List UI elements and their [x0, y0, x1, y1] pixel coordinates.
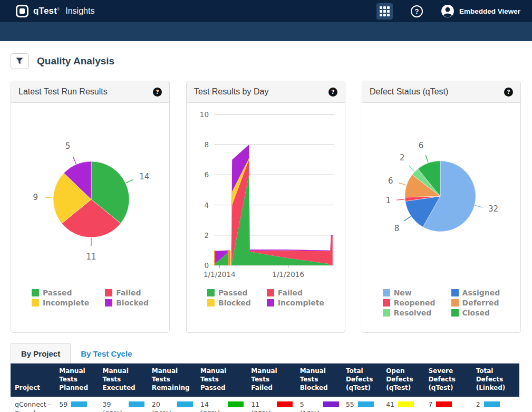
legend-label: Incomplete — [43, 299, 89, 307]
metric-value: 14 (36%) — [200, 400, 224, 412]
help-icon[interactable]: ? — [411, 5, 423, 17]
card-help-icon[interactable]: ? — [504, 88, 513, 97]
area-stripe — [214, 251, 215, 266]
metric-cell: 41 — [382, 397, 424, 412]
pie-data-label: 32 — [488, 204, 498, 214]
metric-bar — [358, 401, 374, 407]
metric-bar — [277, 401, 293, 407]
pie-data-label: 8 — [394, 224, 400, 234]
legend-item-blocked[interactable]: Blocked — [207, 299, 251, 307]
metric-cell: 7 — [424, 397, 471, 412]
tab-by-test-cycle[interactable]: By Test Cycle — [71, 344, 142, 363]
card-title: Defect Status (qTest) — [370, 87, 448, 97]
legend-item-new[interactable]: New — [383, 289, 436, 297]
legend-label: Assigned — [462, 289, 500, 297]
pie-label-line — [126, 180, 133, 183]
filter-funnel-icon — [16, 58, 24, 65]
card-title: Test Results by Day — [194, 87, 268, 97]
legend-swatch — [383, 299, 390, 306]
legend-item-passed[interactable]: Passed — [207, 289, 251, 297]
legend-item-reopened[interactable]: Reopened — [383, 299, 436, 307]
legend-item-failed[interactable]: Failed — [105, 289, 149, 297]
filter-button[interactable] — [11, 53, 29, 69]
table-header-cell: Project — [11, 363, 55, 397]
metric-cell: 39 (66%) — [99, 397, 148, 412]
legend-item-closed[interactable]: Closed — [451, 309, 500, 317]
legend-label: Blocked — [218, 299, 251, 307]
pie-label-line — [396, 199, 404, 200]
legend-label: Failed — [278, 289, 303, 297]
tab-by-project[interactable]: By Project — [11, 343, 71, 363]
legend-item-resolved[interactable]: Resolved — [383, 309, 436, 317]
legend-item-assigned[interactable]: Assigned — [451, 289, 500, 297]
chart-cards: Latest Test Run Results ? 141195 PassedF… — [11, 81, 521, 333]
metric-cell: 2 — [472, 397, 519, 412]
metric-bar — [398, 401, 414, 407]
qtest-logo-icon — [16, 5, 28, 17]
table-header-cell: Manual Tests Remaining — [148, 363, 196, 397]
legend-item-deferred[interactable]: Deferred — [451, 299, 500, 307]
metric-cell: 55 — [342, 397, 382, 412]
legend-item-incomplete[interactable]: Incomplete — [267, 299, 324, 307]
legend-swatch — [32, 299, 39, 306]
legend-item-blocked[interactable]: Blocked — [105, 299, 149, 307]
table-header-cell: Manual Tests Blocked — [296, 363, 342, 397]
dashboard: Quality Analysis Latest Test Run Results… — [0, 41, 532, 412]
user-name: Embedded Viewer — [459, 7, 520, 15]
pie-chart-defect-status[interactable]: 3281626 — [362, 103, 520, 289]
legend-swatch — [207, 289, 215, 296]
qtest-logo[interactable]: qTest® Insights — [16, 5, 94, 17]
top-navbar: qTest® Insights ? Embedded Viewer — [0, 0, 532, 22]
x-axis-tick-label: 1/1/2014 — [204, 270, 236, 279]
pie-label-line — [45, 198, 53, 198]
metric-value: 41 — [386, 400, 394, 409]
secondary-navbar — [0, 22, 532, 41]
card-latest-test-run-results: Latest Test Run Results ? 141195 PassedF… — [11, 81, 170, 333]
metric-value: 5 (13%) — [300, 400, 320, 412]
pie-data-label: 2 — [400, 153, 405, 162]
legend-item-failed[interactable]: Failed — [267, 289, 324, 297]
metric-value: 7 — [428, 400, 432, 409]
metric-value: 20 (34%) — [152, 400, 173, 412]
legend-swatch — [267, 299, 274, 306]
chart-legend: NewAssignedReopenedDeferredResolvedClose… — [362, 289, 520, 317]
metric-value: 11 (28%) — [251, 400, 273, 412]
legend-label: Resolved — [394, 309, 432, 317]
legend-swatch — [383, 309, 390, 317]
metric-value: 2 — [476, 400, 480, 409]
y-axis-tick-label: 4 — [204, 201, 209, 209]
chart-legend: PassedFailedBlockedIncomplete — [187, 289, 345, 307]
brand-name: qTest® — [33, 6, 60, 16]
legend-label: New — [394, 289, 412, 297]
card-title: Latest Test Run Results — [18, 87, 108, 97]
table-body: qConnect - Sample Project5939 (66%)20 (3… — [11, 397, 519, 412]
area-chart-results-by-day[interactable]: 02468101/1/20141/1/2016 — [187, 103, 345, 289]
chart-legend: PassedFailedIncompleteBlocked — [11, 289, 169, 307]
legend-item-passed[interactable]: Passed — [32, 289, 89, 297]
metric-value: 59 — [59, 400, 67, 409]
legend-swatch — [451, 299, 459, 306]
legend-swatch — [451, 289, 459, 296]
pie-data-label: 14 — [139, 172, 149, 181]
project-metrics-table: ProjectManual Tests PlannedManual Tests … — [11, 363, 519, 412]
legend-swatch — [105, 299, 112, 306]
apps-grid-icon[interactable] — [376, 3, 393, 20]
card-help-icon[interactable]: ? — [328, 88, 337, 97]
report-tabs: By Project By Test Cycle — [11, 343, 521, 363]
legend-item-incomplete[interactable]: Incomplete — [32, 299, 89, 307]
table-header-cell: Manual Tests Executed — [99, 363, 148, 397]
user-menu[interactable]: Embedded Viewer — [441, 4, 520, 18]
card-help-icon[interactable]: ? — [153, 88, 162, 97]
x-axis-tick-label: 1/1/2016 — [272, 270, 304, 279]
metric-value: 39 (66%) — [103, 400, 125, 412]
pie-chart-latest-results[interactable]: 141195 — [11, 103, 169, 289]
metric-bar — [228, 401, 244, 407]
legend-label: Passed — [43, 289, 72, 297]
pie-data-label: 5 — [65, 142, 71, 151]
metric-cell: 59 — [55, 397, 98, 412]
legend-label: Incomplete — [278, 299, 324, 307]
pie-data-label: 11 — [86, 252, 96, 262]
y-axis-tick-label: 6 — [204, 171, 209, 179]
legend-swatch — [383, 289, 390, 296]
legend-swatch — [105, 289, 112, 296]
